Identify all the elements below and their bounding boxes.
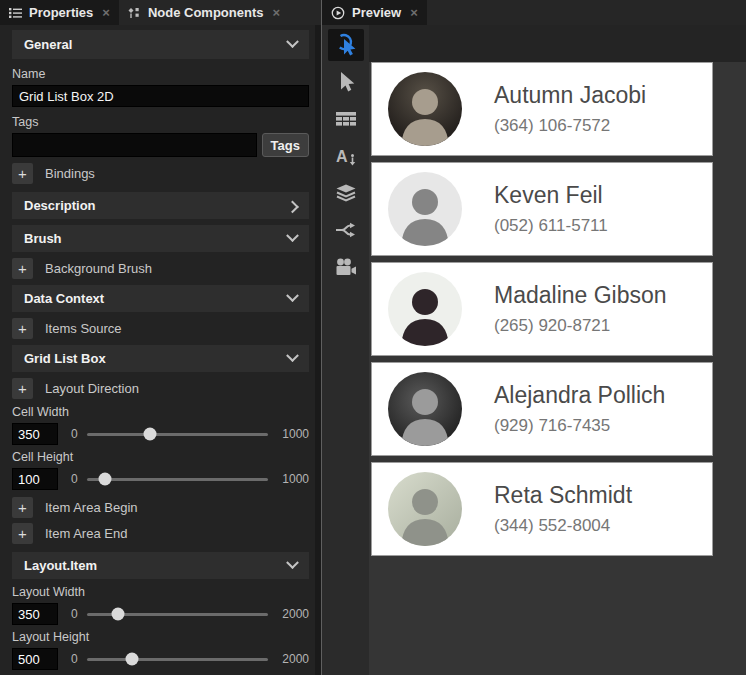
item-area-begin-label: Item Area Begin bbox=[45, 500, 138, 515]
tab-properties[interactable]: Properties × bbox=[0, 0, 119, 25]
section-title: General bbox=[24, 37, 72, 52]
close-icon[interactable]: × bbox=[410, 5, 418, 20]
slider-thumb[interactable] bbox=[144, 428, 157, 441]
layout-height-slider[interactable] bbox=[87, 658, 268, 661]
tags-button[interactable]: Tags bbox=[262, 133, 309, 157]
add-binding-button[interactable]: + bbox=[12, 163, 33, 184]
viewport-top-margin bbox=[369, 25, 746, 62]
contact-phone: (364) 106-7572 bbox=[494, 116, 646, 136]
contact-name: Keven Feil bbox=[494, 182, 608, 209]
section-data-context[interactable]: Data Context bbox=[12, 285, 309, 312]
add-item-area-begin-button[interactable]: + bbox=[12, 497, 33, 518]
slider-max: 2000 bbox=[277, 607, 309, 621]
slider-thumb[interactable] bbox=[126, 653, 139, 666]
avatar bbox=[388, 272, 462, 346]
slider-min: 0 bbox=[71, 607, 78, 621]
contact-phone: (052) 611-5711 bbox=[494, 216, 608, 236]
text-tool-button[interactable]: A bbox=[328, 140, 364, 172]
section-title: Grid List Box bbox=[24, 351, 106, 366]
tab-preview[interactable]: Preview × bbox=[322, 0, 427, 25]
person-silhouette-icon bbox=[388, 72, 462, 146]
properties-scrollbar[interactable] bbox=[315, 25, 321, 675]
tags-input[interactable] bbox=[12, 133, 257, 157]
layout-width-slider[interactable] bbox=[87, 613, 268, 616]
close-icon[interactable]: × bbox=[102, 5, 110, 20]
table-grid-icon bbox=[335, 111, 357, 128]
layout-width-label: Layout Width bbox=[12, 585, 309, 600]
layout-width-input[interactable] bbox=[12, 603, 58, 625]
contact-card[interactable]: Autumn Jacobi (364) 106-7572 bbox=[371, 62, 713, 156]
add-items-source-button[interactable]: + bbox=[12, 318, 33, 339]
cell-width-input[interactable] bbox=[12, 423, 58, 445]
section-brush[interactable]: Brush bbox=[12, 225, 309, 252]
avatar bbox=[388, 472, 462, 546]
slider-min: 0 bbox=[71, 652, 78, 666]
chevron-down-icon bbox=[286, 289, 299, 302]
name-input[interactable] bbox=[12, 85, 309, 107]
cell-height-slider[interactable] bbox=[87, 478, 268, 481]
interaction-tool-button[interactable] bbox=[328, 29, 364, 61]
avatar bbox=[388, 72, 462, 146]
tab-label: Node Components bbox=[148, 5, 264, 20]
chevron-right-icon bbox=[286, 201, 299, 214]
section-description[interactable]: Description bbox=[12, 192, 309, 219]
avatar bbox=[388, 372, 462, 446]
layout-direction-row: + Layout Direction bbox=[12, 378, 309, 399]
section-general[interactable]: General bbox=[12, 30, 309, 59]
add-background-brush-button[interactable]: + bbox=[12, 258, 33, 279]
list-icon bbox=[9, 7, 22, 19]
slider-thumb[interactable] bbox=[98, 473, 111, 486]
person-silhouette-icon bbox=[388, 472, 462, 546]
chevron-down-icon bbox=[286, 349, 299, 362]
grid-list-box-stage: Autumn Jacobi (364) 106-7572 Keve bbox=[369, 62, 746, 675]
section-grid-list-box[interactable]: Grid List Box bbox=[12, 345, 309, 372]
play-icon bbox=[331, 6, 345, 20]
connections-tool-button[interactable] bbox=[328, 214, 364, 246]
cell-height-input[interactable] bbox=[12, 468, 58, 490]
font-size-icon: A bbox=[335, 146, 357, 166]
avatar bbox=[388, 172, 462, 246]
contact-card[interactable]: Reta Schmidt (344) 552-8004 bbox=[371, 462, 713, 556]
cell-height-label: Cell Height bbox=[12, 450, 309, 465]
background-brush-row: + Background Brush bbox=[12, 258, 309, 279]
tab-label: Properties bbox=[29, 5, 93, 20]
contact-card[interactable]: Madaline Gibson (265) 920-8721 bbox=[371, 262, 713, 356]
item-area-end-label: Item Area End bbox=[45, 526, 127, 541]
slider-min: 0 bbox=[71, 427, 78, 441]
cell-height-row: 0 1000 bbox=[12, 467, 309, 491]
cell-width-slider[interactable] bbox=[87, 433, 268, 436]
branch-split-icon bbox=[335, 222, 357, 238]
cell-width-row: 0 1000 bbox=[12, 422, 309, 446]
layout-height-row: 0 2000 bbox=[12, 647, 309, 671]
close-icon[interactable]: × bbox=[272, 5, 280, 20]
contact-name: Madaline Gibson bbox=[494, 282, 667, 309]
section-title: Data Context bbox=[24, 291, 104, 306]
svg-text:A: A bbox=[336, 148, 348, 165]
bindings-label: Bindings bbox=[45, 166, 95, 181]
grid-tool-button[interactable] bbox=[328, 103, 364, 135]
add-layout-direction-button[interactable]: + bbox=[12, 378, 33, 399]
arrow-cursor-icon bbox=[335, 70, 357, 94]
camera-tool-button[interactable] bbox=[328, 251, 364, 283]
slider-thumb[interactable] bbox=[112, 608, 125, 621]
section-title: Description bbox=[24, 198, 96, 213]
chevron-down-icon bbox=[286, 556, 299, 569]
layout-width-row: 0 2000 bbox=[12, 602, 309, 626]
contact-card[interactable]: Alejandra Pollich (929) 716-7435 bbox=[371, 362, 713, 456]
section-layout-item[interactable]: Layout.Item bbox=[12, 552, 309, 579]
kanzi-studio-window: Properties × Node Components × General N… bbox=[0, 0, 746, 675]
add-item-area-end-button[interactable]: + bbox=[12, 523, 33, 544]
select-tool-button[interactable] bbox=[328, 66, 364, 98]
contact-card[interactable]: Keven Feil (052) 611-5711 bbox=[371, 162, 713, 256]
cursor-click-icon bbox=[334, 32, 358, 58]
tab-label: Preview bbox=[352, 5, 401, 20]
contact-name: Reta Schmidt bbox=[494, 482, 632, 509]
tags-label: Tags bbox=[12, 115, 309, 130]
section-title: Layout.Item bbox=[24, 558, 97, 573]
tab-node-components[interactable]: Node Components × bbox=[119, 0, 289, 25]
layers-tool-button[interactable] bbox=[328, 177, 364, 209]
layout-height-input[interactable] bbox=[12, 648, 58, 670]
properties-content: General Name Tags Tags + Bindings Descri… bbox=[0, 25, 315, 675]
contact-phone: (265) 920-8721 bbox=[494, 316, 667, 336]
contact-phone: (344) 552-8004 bbox=[494, 516, 632, 536]
